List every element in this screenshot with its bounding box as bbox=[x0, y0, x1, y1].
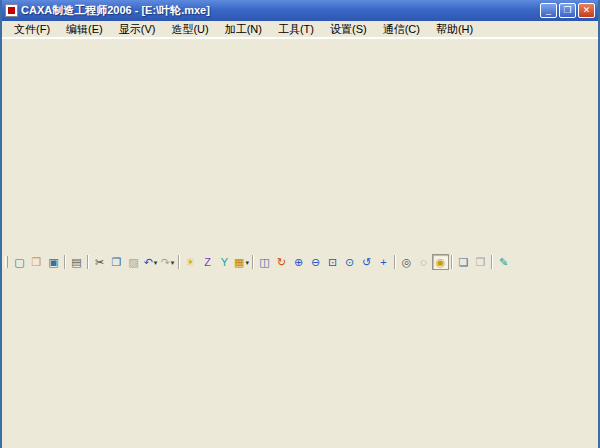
new-file-button[interactable]: ▢ bbox=[11, 254, 28, 270]
menu-bar: 文件(F)编辑(E)显示(V)造型(U)加工(N)工具(T)设置(S)通信(C)… bbox=[2, 21, 598, 38]
redo-icon: ↷ bbox=[161, 257, 170, 268]
save-file-icon: ▣ bbox=[48, 257, 58, 268]
wireframe-display-icon: Z bbox=[204, 257, 211, 268]
toolbar-separator bbox=[394, 255, 396, 269]
print-button[interactable]: ▤ bbox=[68, 254, 85, 270]
zoom-all-button[interactable]: ⊙ bbox=[341, 254, 358, 270]
menu-工具T[interactable]: 工具(T) bbox=[270, 21, 322, 38]
menu-文件F[interactable]: 文件(F) bbox=[6, 21, 58, 38]
pick-filter-icon: Y bbox=[221, 257, 228, 268]
application-window: CAXA制造工程师2006 - [E:\叶轮.mxe] _ ❐ ✕ 文件(F)编… bbox=[0, 0, 600, 448]
rotate-view-button[interactable]: ↺ bbox=[358, 254, 375, 270]
menu-通信C[interactable]: 通信(C) bbox=[375, 21, 428, 38]
copy-icon: ❐ bbox=[112, 257, 122, 268]
paste-icon: ▨ bbox=[128, 257, 138, 268]
window-title: CAXA制造工程师2006 - [E:\叶轮.mxe] bbox=[21, 3, 538, 18]
redo-button: ↷▾ bbox=[159, 254, 176, 270]
paste-button: ▨ bbox=[125, 254, 142, 270]
pick-filter-button[interactable]: Y bbox=[216, 254, 233, 270]
pan-view-icon: + bbox=[380, 257, 386, 268]
menu-造型U[interactable]: 造型(U) bbox=[163, 21, 216, 38]
zoom-in-button[interactable]: ⊕ bbox=[290, 254, 307, 270]
layer-settings-button: ❐ bbox=[472, 254, 489, 270]
zoom-all-icon: ⊙ bbox=[345, 257, 354, 268]
save-file-button[interactable]: ▣ bbox=[45, 254, 62, 270]
display-wireframe-mode-icon: ◎ bbox=[402, 257, 412, 268]
material-palette-icon: ▦ bbox=[234, 257, 244, 268]
toolbar-separator bbox=[64, 255, 66, 269]
new-window-icon: ◫ bbox=[259, 257, 269, 268]
toolbar-separator bbox=[451, 255, 453, 269]
orbit-view-icon: ↻ bbox=[277, 257, 286, 268]
render-light-icon: ☀ bbox=[186, 257, 196, 268]
pan-view-button[interactable]: + bbox=[375, 254, 392, 270]
cut-button[interactable]: ✂ bbox=[91, 254, 108, 270]
open-file-icon: ❒ bbox=[32, 257, 42, 268]
layer-settings-icon: ❐ bbox=[476, 257, 486, 268]
menu-设置S[interactable]: 设置(S) bbox=[322, 21, 375, 38]
copy-button[interactable]: ❐ bbox=[108, 254, 125, 270]
toolbar-separator bbox=[252, 255, 254, 269]
toolbar-separator bbox=[178, 255, 180, 269]
zoom-window-button[interactable]: ⊡ bbox=[324, 254, 341, 270]
redo-dropdown-arrow[interactable]: ▾ bbox=[171, 259, 175, 266]
app-icon bbox=[5, 4, 18, 17]
display-shaded-mode-icon: ◉ bbox=[436, 257, 446, 268]
wireframe-display-button[interactable]: Z bbox=[199, 254, 216, 270]
new-window-button[interactable]: ◫ bbox=[256, 254, 273, 270]
undo-button[interactable]: ↶▾ bbox=[142, 254, 159, 270]
zoom-out-icon: ⊖ bbox=[311, 257, 320, 268]
zoom-in-icon: ⊕ bbox=[294, 257, 303, 268]
print-icon: ▤ bbox=[71, 257, 81, 268]
menu-编辑E[interactable]: 编辑(E) bbox=[58, 21, 111, 38]
display-shaded-mode-button[interactable]: ◉ bbox=[432, 254, 449, 270]
menu-帮助H[interactable]: 帮助(H) bbox=[428, 21, 481, 38]
orbit-view-button[interactable]: ↻ bbox=[273, 254, 290, 270]
material-palette-button[interactable]: ▦▾ bbox=[233, 254, 250, 270]
zoom-window-icon: ⊡ bbox=[328, 257, 337, 268]
clean-screen-icon: ✎ bbox=[499, 257, 508, 268]
material-palette-dropdown-arrow[interactable]: ▾ bbox=[245, 259, 249, 266]
new-file-icon: ▢ bbox=[14, 257, 24, 268]
menu-显示V[interactable]: 显示(V) bbox=[111, 21, 164, 38]
undo-icon: ↶ bbox=[144, 257, 153, 268]
toolbar-separator bbox=[491, 255, 493, 269]
layer-manager-button[interactable]: ❏ bbox=[455, 254, 472, 270]
toolbar-separator bbox=[87, 255, 89, 269]
layer-manager-icon: ❏ bbox=[459, 257, 469, 268]
standard-toolbar: ▢❒▣▤✂❐▨↶▾↷▾☀ZY▦▾◫↻⊕⊖⊡⊙↺+◎◌◉❏❐✎ bbox=[2, 38, 598, 448]
minimize-button[interactable]: _ bbox=[540, 3, 557, 18]
toolbar-grip[interactable] bbox=[5, 256, 8, 268]
open-file-button[interactable]: ❒ bbox=[28, 254, 45, 270]
undo-dropdown-arrow[interactable]: ▾ bbox=[154, 259, 158, 266]
close-button[interactable]: ✕ bbox=[578, 3, 595, 18]
display-hidden-line-button[interactable]: ◌ bbox=[415, 254, 432, 270]
title-bar[interactable]: CAXA制造工程师2006 - [E:\叶轮.mxe] _ ❐ ✕ bbox=[2, 0, 598, 21]
rotate-view-icon: ↺ bbox=[362, 257, 371, 268]
zoom-out-button[interactable]: ⊖ bbox=[307, 254, 324, 270]
render-light-button[interactable]: ☀ bbox=[182, 254, 199, 270]
menu-加工N[interactable]: 加工(N) bbox=[217, 21, 270, 38]
display-wireframe-mode-button[interactable]: ◎ bbox=[398, 254, 415, 270]
display-hidden-line-icon: ◌ bbox=[420, 257, 427, 268]
cut-icon: ✂ bbox=[95, 257, 104, 268]
restore-button[interactable]: ❐ bbox=[559, 3, 576, 18]
clean-screen-button[interactable]: ✎ bbox=[495, 254, 512, 270]
